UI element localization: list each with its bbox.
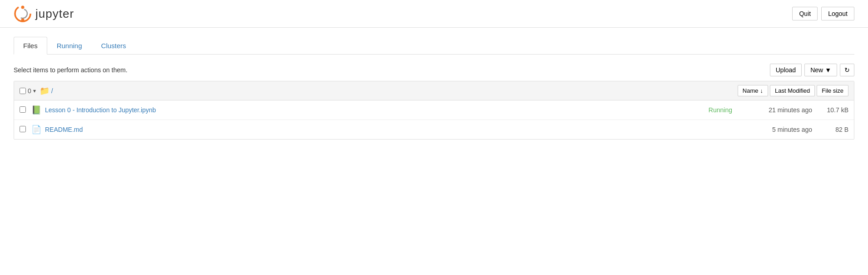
select-all-area: 0 ▾ [20, 87, 36, 95]
tab-files[interactable]: Files [14, 37, 47, 55]
file-status: Running [696, 106, 732, 114]
app-title: jupyter [35, 7, 74, 21]
file-modified: 5 minutes ago [739, 126, 812, 133]
file-size: 82 B [812, 126, 848, 133]
toolbar-right: Upload New ▼ ↻ [770, 64, 854, 76]
file-name-link[interactable]: Lesson 0 - Introduction to Jupyter.ipynb [45, 106, 696, 114]
row-checkbox[interactable] [20, 126, 26, 132]
quit-button[interactable]: Quit [792, 7, 818, 20]
new-button[interactable]: New ▼ [804, 64, 837, 76]
instruction-text: Select items to perform actions on them. [14, 66, 128, 74]
svg-point-1 [18, 9, 27, 18]
current-path: / [51, 87, 53, 95]
table-row: 📗Lesson 0 - Introduction to Jupyter.ipyn… [14, 100, 854, 120]
logout-button[interactable]: Logout [821, 7, 854, 20]
main-content: Files Running Clusters Select items to p… [0, 28, 868, 149]
sort-by-name-button[interactable]: Name ↓ [738, 85, 768, 96]
file-list-header-right: Name ↓ Last Modified File size [738, 85, 848, 96]
folder-path: 📁 / [40, 86, 53, 96]
sort-by-size-button[interactable]: File size [817, 85, 848, 96]
folder-icon: 📁 [40, 86, 50, 96]
refresh-button[interactable]: ↻ [840, 64, 854, 76]
notebook-icon: 📗 [31, 105, 41, 115]
logo-area: jupyter [14, 5, 74, 23]
toolbar-row: Select items to perform actions on them.… [14, 64, 854, 76]
file-modified: 21 minutes ago [739, 106, 812, 114]
file-size: 10.7 kB [812, 106, 848, 114]
file-list-header-left: 0 ▾ 📁 / [20, 86, 738, 96]
svg-point-3 [21, 19, 25, 22]
file-list: 0 ▾ 📁 / Name ↓ Last Modified File size 📗… [14, 81, 854, 140]
sort-arrow-icon: ↓ [760, 87, 763, 94]
jupyter-logo-icon [14, 5, 32, 23]
select-all-checkbox[interactable] [20, 88, 26, 94]
tab-running[interactable]: Running [47, 37, 92, 55]
upload-button[interactable]: Upload [770, 64, 802, 76]
file-rows-container: 📗Lesson 0 - Introduction to Jupyter.ipyn… [14, 100, 854, 139]
new-dropdown-arrow-icon: ▼ [825, 66, 831, 74]
svg-point-2 [21, 6, 25, 9]
row-checkbox[interactable] [20, 106, 26, 113]
sort-by-modified-button[interactable]: Last Modified [770, 85, 815, 96]
tab-bar: Files Running Clusters [14, 37, 854, 55]
file-name-link[interactable]: README.md [45, 126, 696, 133]
file-icon: 📄 [31, 125, 41, 135]
row-checkbox-area [20, 126, 26, 134]
selected-count: 0 [28, 87, 31, 95]
table-row: 📄README.md5 minutes ago82 B [14, 120, 854, 139]
file-list-header: 0 ▾ 📁 / Name ↓ Last Modified File size [14, 81, 854, 100]
row-checkbox-area [20, 106, 26, 114]
select-dropdown-icon[interactable]: ▾ [33, 88, 36, 94]
tab-clusters[interactable]: Clusters [92, 37, 136, 55]
header-buttons: Quit Logout [792, 7, 854, 20]
header: jupyter Quit Logout [0, 0, 868, 28]
